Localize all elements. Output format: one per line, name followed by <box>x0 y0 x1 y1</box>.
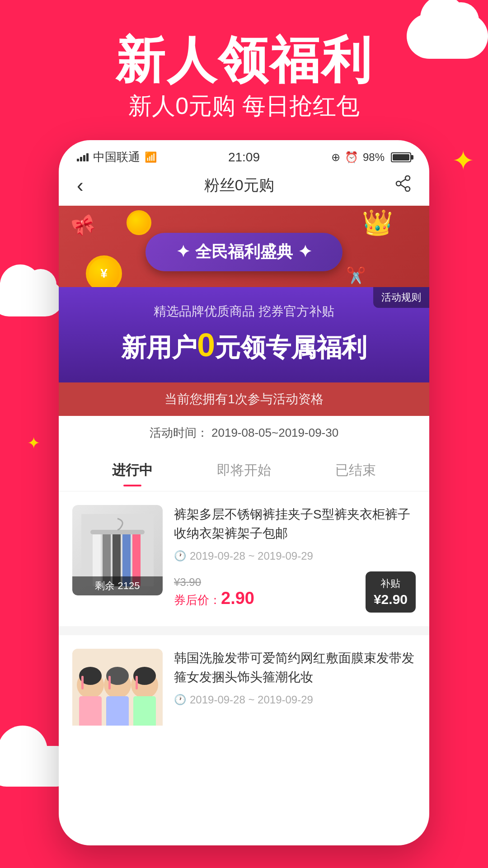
deco-gift-left: 🎀 <box>69 212 98 239</box>
svg-rect-22 <box>79 696 102 726</box>
product-image-2 <box>72 649 163 726</box>
sparkle-top-right-icon: ✦ <box>452 145 474 176</box>
signal-bar-3 <box>83 155 85 161</box>
status-right: ⊕ ⏰ 98% <box>331 151 411 164</box>
svg-point-2 <box>396 181 401 186</box>
event-title-banner: ✦ 全民福利盛典 ✦ <box>145 233 343 271</box>
clock-status-icon: ⊕ <box>331 151 340 164</box>
product-info-2: 韩国洗脸发带可爱简约网红敷面膜束发带发箍女发捆头饰头箍潮化妆 🕐 2019-09… <box>174 649 416 715</box>
battery-percent: 98% <box>363 151 385 164</box>
tabs-row: 进行中 即将开始 已结束 <box>59 450 429 491</box>
product-date-1: 🕐 2019-09-28 ~ 2019-09-29 <box>174 550 416 562</box>
svg-line-4 <box>401 185 405 188</box>
product-title-1: 裤架多层不锈钢裤挂夹子S型裤夹衣柜裤子收纳衣架裤架子包邮 <box>174 505 416 543</box>
product-info-1: 裤架多层不锈钢裤挂夹子S型裤夹衣柜裤子收纳衣架裤架子包邮 🕐 2019-09-2… <box>174 505 416 613</box>
event-header: 🎀 👑 ✦ 全民福利盛典 ✦ ✂️ <box>59 206 429 287</box>
hairband-thumbnail <box>72 649 163 726</box>
clock-icon-2: 🕐 <box>174 694 186 706</box>
sparkle-right: ✦ <box>298 242 312 261</box>
promo-main-text: 新用户0元领专属福利 <box>77 326 411 364</box>
signal-bar-1 <box>77 159 79 161</box>
svg-rect-18 <box>108 676 111 689</box>
content-area: 🎀 👑 ✦ 全民福利盛典 ✦ ✂️ 活动规则 精选品牌优质商品 挖券官方补贴 <box>59 206 429 845</box>
sparkle-left: ✦ <box>176 242 190 261</box>
svg-rect-15 <box>81 676 84 689</box>
sparkle-mid-icon: ✦ <box>27 434 40 452</box>
svg-rect-21 <box>136 676 138 689</box>
wifi-icon: 📶 <box>145 151 157 163</box>
subsidy-price-1: ¥2.90 <box>374 592 408 607</box>
signal-bar-4 <box>86 153 89 161</box>
tab-in-progress[interactable]: 进行中 <box>77 457 188 484</box>
svg-rect-23 <box>106 696 129 726</box>
signal-bar-2 <box>80 157 82 161</box>
deco-coin-top <box>127 210 151 235</box>
time-bar: 活动时间： 2019-08-05~2019-09-30 <box>59 416 429 450</box>
product-card-2[interactable]: 韩国洗脸发带可爱简约网红敷面膜束发带发箍女发捆头饰头箍潮化妆 🕐 2019-09… <box>59 635 429 726</box>
carrier-label: 中国联通 <box>93 149 140 165</box>
status-bar: 中国联通 📶 21:09 ⊕ ⏰ 98% <box>59 140 429 170</box>
deco-crown-right: 👑 <box>362 208 393 237</box>
battery-icon <box>391 152 411 162</box>
activity-rules-tag[interactable]: 活动规则 <box>373 287 429 308</box>
svg-point-1 <box>405 187 410 191</box>
subsidy-label-1: 补贴 <box>374 577 408 590</box>
price-row-1: ¥3.90 券后价：2.90 补贴 ¥2.90 <box>174 571 416 613</box>
original-price-1: ¥3.90 <box>174 576 254 589</box>
page-title: 粉丝0元购 <box>204 175 274 196</box>
promo-block: 活动规则 精选品牌优质商品 挖券官方补贴 新用户0元领专属福利 <box>59 287 429 382</box>
clock-icon-1: 🕐 <box>174 550 186 562</box>
deco-coin-bottom <box>86 255 122 292</box>
product-title-2: 韩国洗脸发带可爱简约网红敷面膜束发带发箍女发捆头饰头箍潮化妆 <box>174 649 416 687</box>
alarm-icon: ⏰ <box>345 151 358 164</box>
event-title-text: 全民福利盛典 <box>195 242 293 261</box>
svg-point-0 <box>405 176 410 180</box>
tab-ended[interactable]: 已结束 <box>300 457 411 484</box>
coupon-amount-1: 2.90 <box>221 589 254 608</box>
battery-fill <box>393 154 409 160</box>
promo-main-prefix: 新用户 <box>121 333 197 362</box>
hanger-thumbnail: 剩余 2125 <box>72 505 163 595</box>
subsidy-button-1[interactable]: 补贴 ¥2.90 <box>366 571 416 613</box>
hero-subtitle: 新人0元购 每日抢红包 <box>0 90 488 122</box>
time-label: 活动时间： <box>150 426 208 439</box>
price-info-1: ¥3.90 券后价：2.90 <box>174 576 254 608</box>
deco-scissor: ✂️ <box>346 266 366 285</box>
date-range-1: 2019-09-28 ~ 2019-09-29 <box>190 550 313 562</box>
product-list: 剩余 2125 裤架多层不锈钢裤挂夹子S型裤夹衣柜裤子收纳衣架裤架子包邮 🕐 2… <box>59 491 429 726</box>
top-nav: ‹ 粉丝0元购 <box>59 170 429 206</box>
date-range-2: 2019-09-28 ~ 2019-09-29 <box>190 693 313 706</box>
product-card-1[interactable]: 剩余 2125 裤架多层不锈钢裤挂夹子S型裤夹衣柜裤子收纳衣架裤架子包邮 🕐 2… <box>59 491 429 626</box>
promo-main-suffix: 元领专属福利 <box>215 333 367 362</box>
status-time: 21:09 <box>228 150 260 165</box>
promo-subtitle: 精选品牌优质商品 挖券官方补贴 <box>77 303 411 320</box>
tab-upcoming[interactable]: 即将开始 <box>188 457 300 484</box>
hero-title: 新人领福利 <box>0 27 488 94</box>
cloud-mid-left <box>0 280 63 316</box>
product-date-2: 🕐 2019-09-28 ~ 2019-09-29 <box>174 693 416 706</box>
signal-bars-icon <box>77 153 89 161</box>
coupon-price-1: 券后价：2.90 <box>174 589 254 608</box>
svg-line-3 <box>401 179 405 183</box>
time-range: 2019-08-05~2019-09-30 <box>211 426 338 439</box>
phone-mockup: 中国联通 📶 21:09 ⊕ ⏰ 98% ‹ 粉丝0元购 <box>59 140 429 845</box>
svg-rect-24 <box>133 696 156 726</box>
back-button[interactable]: ‹ <box>77 174 84 197</box>
info-bar: 当前您拥有1次参与活动资格 <box>59 382 429 416</box>
promo-zero: 0 <box>197 327 215 363</box>
share-button[interactable] <box>395 175 411 195</box>
banner-area: 🎀 👑 ✦ 全民福利盛典 ✦ ✂️ 活动规则 精选品牌优质商品 挖券官方补贴 <box>59 206 429 450</box>
status-left: 中国联通 📶 <box>77 149 157 165</box>
product-image-1: 剩余 2125 <box>72 505 163 595</box>
remaining-badge: 剩余 2125 <box>72 576 163 595</box>
